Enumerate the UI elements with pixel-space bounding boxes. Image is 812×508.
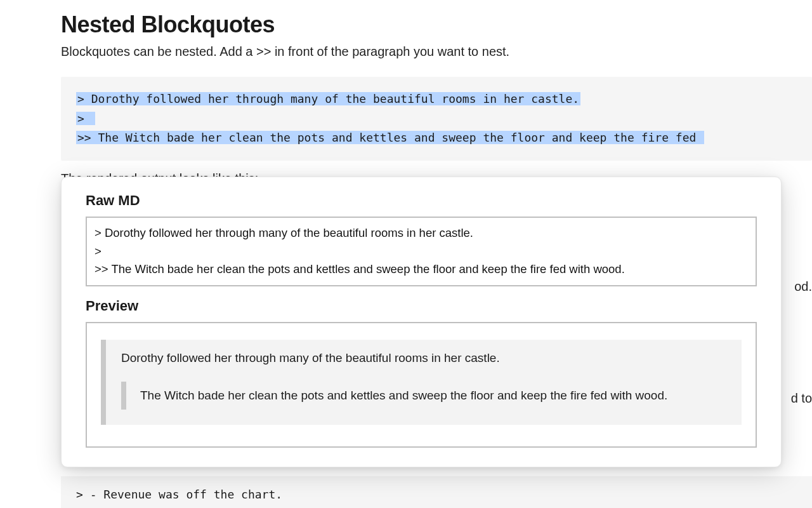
inner-quote-text: The Witch bade her clean the pots and ke…	[140, 387, 715, 404]
background-fragment-a: od.	[790, 277, 812, 297]
background-fragment-b: d to	[787, 389, 812, 408]
section-description: Blockquotes can be nested. Add a >> in f…	[61, 44, 812, 59]
outer-quote-text: Dorothy followed her through many of the…	[121, 351, 726, 365]
raw-md-heading: Raw MD	[86, 192, 757, 209]
section-title: Nested Blockquotes	[61, 11, 812, 38]
preview-dialog: Raw MD > Dorothy followed her through ma…	[61, 177, 782, 467]
code-line-1: > Dorothy followed her through many of t…	[76, 92, 580, 105]
raw-md-box[interactable]: > Dorothy followed her through many of t…	[86, 217, 757, 286]
raw-line-3: >> The Witch bade her clean the pots and…	[95, 262, 625, 276]
code-line-2: >	[76, 112, 86, 125]
blockquote-inner: The Witch bade her clean the pots and ke…	[121, 382, 726, 410]
bottom-line-1: > - Revenue was off the chart.	[76, 488, 282, 501]
raw-line-1: > Dorothy followed her through many of t…	[95, 226, 473, 239]
blockquote-outer: Dorothy followed her through many of the…	[101, 340, 742, 425]
example-code-block[interactable]: > Dorothy followed her through many of t…	[61, 77, 812, 161]
document-page: Nested Blockquotes Blockquotes can be ne…	[0, 0, 812, 161]
preview-heading: Preview	[86, 298, 757, 314]
next-example-code-block[interactable]: > - Revenue was off the chart. > - Profi…	[61, 476, 812, 508]
raw-line-2: >	[95, 244, 102, 258]
preview-box: Dorothy followed her through many of the…	[86, 322, 757, 448]
code-line-3: >> The Witch bade her clean the pots and…	[76, 131, 704, 144]
